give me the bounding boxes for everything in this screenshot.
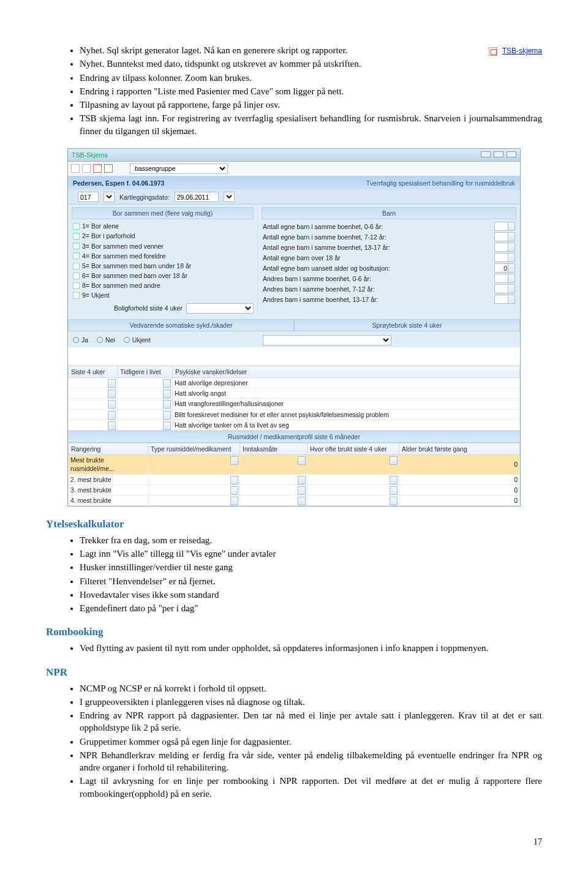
- minimize-icon[interactable]: [481, 151, 491, 157]
- group-select[interactable]: bassengruppe: [130, 164, 228, 174]
- dropdown-cell[interactable]: [118, 377, 173, 388]
- list-item: Tilpasning av layout på rapportene, farg…: [80, 99, 542, 111]
- column-header: Inntaksmåte: [240, 443, 307, 455]
- dropdown-cell[interactable]: [148, 495, 240, 505]
- dropdown-cell[interactable]: [148, 474, 240, 484]
- id-select[interactable]: [104, 192, 115, 202]
- list-item: Hovedavtaler vises ikke som standard: [80, 589, 542, 601]
- table-row: Hatt vrangforestillinger/hallusinasjoner: [69, 399, 520, 409]
- radio[interactable]: [97, 337, 103, 343]
- npr-list: NCMP og NCSP er nå korrekt i forhold til…: [46, 682, 542, 800]
- checkbox[interactable]: [73, 243, 80, 249]
- age-cell[interactable]: 0: [399, 474, 520, 484]
- number-stepper[interactable]: [494, 243, 515, 252]
- somatic-radio-group: JaNeiUkjent: [68, 333, 258, 347]
- ranking-label: 2. mest brukte: [69, 474, 148, 484]
- dropdown-cell[interactable]: [69, 388, 118, 399]
- checkbox[interactable]: [73, 282, 80, 289]
- dropdown-cell[interactable]: [118, 399, 173, 409]
- section-rombooking: Rombooking: [46, 625, 542, 639]
- tsb-skjema-shortcut[interactable]: TSB-skjema: [489, 44, 542, 56]
- tsb-skjema-window: TSB-Skjema bassengruppe Pedersen, Espen …: [67, 148, 521, 507]
- checkbox[interactable]: [73, 273, 80, 279]
- patient-name: Pedersen, Espen f. 04.06.1973: [73, 179, 164, 187]
- row-label: Hatt alvorlige tanker om å ta livet av s…: [173, 420, 520, 430]
- page-number: 17: [46, 837, 542, 848]
- table-row: Hatt alvorlige tanker om å ta livet av s…: [69, 420, 520, 430]
- refresh-icon[interactable]: [104, 164, 113, 173]
- delete-icon[interactable]: [93, 164, 102, 173]
- dropdown-cell[interactable]: [118, 388, 173, 399]
- number-stepper[interactable]: [494, 295, 515, 304]
- housing-select[interactable]: [186, 303, 254, 314]
- dropdown-cell[interactable]: [118, 409, 173, 420]
- field-label: Andres barn i samme boenhet, 13-17 år:: [263, 295, 379, 304]
- list-item: Lagt inn "Vis alle" tillegg til "Vis egn…: [80, 548, 542, 560]
- list-item: TSB skjema lagt inn. For registrering av…: [80, 112, 542, 137]
- close-icon[interactable]: [507, 151, 516, 157]
- dropdown-cell[interactable]: [69, 409, 118, 420]
- dropdown-cell[interactable]: [69, 399, 118, 409]
- ytelses-list: Trekker fra en dag, som er reisedag.Lagt…: [46, 534, 542, 615]
- substance-table: RangeringType rusmiddel/medikamentInntak…: [68, 443, 520, 506]
- table-row: 4. mest brukte0: [69, 495, 520, 505]
- injection-select[interactable]: [263, 335, 391, 345]
- table-row: Blitt foreskrevet medisiner for et eller…: [69, 409, 520, 420]
- dropdown-cell[interactable]: [307, 495, 399, 505]
- field-label: Andres barn i samme boenhet, 7-12 år:: [263, 285, 375, 293]
- field-label: Andres barn i samme boenhet, 0-6 år:: [263, 274, 371, 283]
- top-bullet-list: Nyhet. Sql skript generator laget. Nå ka…: [46, 44, 542, 137]
- mapping-bar: Kartleggingsdato:: [68, 190, 520, 205]
- radio[interactable]: [124, 337, 130, 343]
- mapping-date-picker[interactable]: [224, 192, 235, 202]
- psychiatric-table: Siste 4 ukerTidligere i livetPsykiske va…: [68, 366, 520, 431]
- age-cell[interactable]: 0: [399, 495, 520, 505]
- radio[interactable]: [73, 337, 79, 343]
- new-icon[interactable]: [71, 164, 80, 173]
- dropdown-cell[interactable]: [240, 455, 307, 474]
- window-title: TSB-Skjema: [72, 151, 108, 159]
- maximize-icon[interactable]: [494, 151, 503, 157]
- column-header: Rangering: [69, 443, 148, 455]
- dropdown-cell[interactable]: [69, 420, 118, 430]
- field-label: Antall egne barn i samme boenhet, 7-12 å…: [263, 233, 386, 241]
- radio-label: Nei: [105, 336, 115, 344]
- number-stepper[interactable]: [494, 232, 515, 241]
- rombooking-list: Ved flytting av pasient til nytt rom und…: [46, 642, 542, 654]
- dropdown-cell[interactable]: [307, 455, 399, 474]
- dropdown-cell[interactable]: [148, 484, 240, 495]
- dropdown-cell[interactable]: [118, 420, 173, 430]
- age-cell[interactable]: 0: [399, 484, 520, 495]
- list-item: Husker innstillinger/verdier til neste g…: [80, 561, 542, 573]
- dropdown-cell[interactable]: [307, 484, 399, 495]
- housing-label: Boligforhold siste 4 uker: [114, 304, 183, 312]
- injection-header: Sprøytebruk siste 4 uker: [294, 319, 520, 331]
- section-npr: NPR: [46, 666, 542, 680]
- checkbox[interactable]: [73, 223, 80, 230]
- dropdown-cell[interactable]: [307, 474, 399, 484]
- number-stepper[interactable]: [494, 284, 515, 293]
- checkbox[interactable]: [73, 292, 80, 299]
- table-row: Hatt alvorlig angst: [69, 388, 520, 399]
- children-header: Barn: [262, 207, 516, 219]
- checkbox[interactable]: [73, 263, 80, 269]
- mapping-date-field[interactable]: [175, 192, 219, 202]
- number-stepper[interactable]: [494, 253, 515, 262]
- age-cell[interactable]: 0: [399, 455, 520, 474]
- save-icon[interactable]: [82, 164, 91, 173]
- number-stepper[interactable]: [494, 222, 515, 231]
- dropdown-cell[interactable]: [240, 474, 307, 484]
- dropdown-cell[interactable]: [148, 455, 240, 474]
- row-label: Blitt foreskrevet medisiner for et eller…: [173, 409, 520, 420]
- number-stepper[interactable]: [494, 274, 515, 283]
- dropdown-cell[interactable]: [240, 495, 307, 505]
- dropdown-cell[interactable]: [69, 377, 118, 388]
- patient-header: Pedersen, Espen f. 04.06.1973 Tverrfagli…: [68, 176, 520, 190]
- dropdown-cell[interactable]: [240, 484, 307, 495]
- checkbox[interactable]: [73, 252, 80, 259]
- checkbox[interactable]: [73, 233, 80, 239]
- list-item: Endring av tilpass kolonner. Zoom kan br…: [80, 72, 542, 84]
- id-field[interactable]: [78, 192, 99, 202]
- field-label: Antall egne barn over 18 år: [263, 254, 341, 262]
- number-stepper[interactable]: 0: [494, 263, 515, 273]
